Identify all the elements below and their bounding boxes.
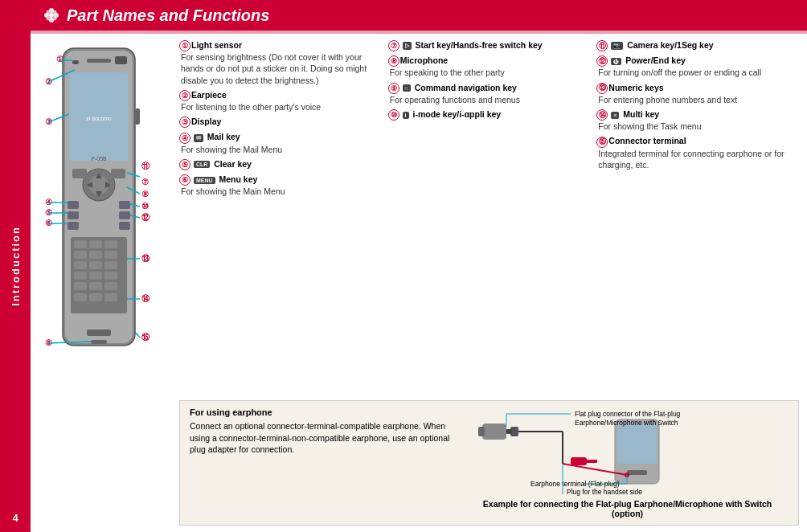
svg-rect-32: [104, 240, 117, 248]
desc-col-3: ⑪ 📷 Camera key/1Seg key ⑫ ⏻ Power/End ke…: [596, 40, 799, 394]
svg-rect-44: [104, 282, 117, 290]
svg-line-81: [135, 332, 140, 338]
svg-rect-30: [74, 240, 87, 248]
page-number: 4: [12, 512, 18, 524]
item-15-detail: Integrated terminal for connecting earph…: [596, 148, 799, 170]
svg-rect-41: [104, 272, 117, 280]
svg-text:⑫: ⑫: [141, 213, 150, 222]
svg-point-7: [47, 17, 51, 21]
svg-text:Earphone terminal (Flat-plug): Earphone terminal (Flat-plug): [530, 480, 620, 488]
item-6: ⑥ MENU Menu key For showing the Main Men…: [179, 174, 382, 197]
svg-rect-13: [72, 60, 79, 64]
svg-point-8: [53, 17, 57, 21]
item-4-detail: For showing the Mail Menu: [179, 144, 382, 155]
svg-rect-45: [74, 293, 87, 301]
item-14: ⑭ ≡ Multi key For showing the Task menu: [596, 109, 799, 132]
svg-text:⑬: ⑬: [141, 254, 150, 263]
start-key-icon: ▷: [403, 42, 412, 50]
svg-text:P-05B: P-05B: [91, 156, 107, 162]
sidebar-label: Introduction: [10, 226, 22, 306]
svg-text:①: ①: [56, 55, 63, 63]
item-7: ⑦ ▷ Start key/Hands-free switch key: [388, 40, 591, 51]
mail-key-icon: ✉: [194, 134, 203, 142]
item-13-title: ⑬Numeric keys: [596, 83, 799, 94]
nav-key-icon: ○: [403, 84, 411, 92]
earphone-diagram: Flat plug connector of the Flat-plug Ear…: [466, 407, 789, 518]
item-9-title: ⑨ ○ Command navigation key: [388, 83, 591, 94]
phone-svg: xi docomo P-05B ① ② ③ ④ ⑤: [39, 44, 159, 358]
svg-rect-49: [91, 340, 107, 344]
item-2-detail: For listening to the other party's voice: [179, 101, 382, 113]
item-7-title: ⑦ ▷ Start key/Hands-free switch key: [388, 40, 591, 51]
item-2: ②Earpiece For listening to the other par…: [179, 90, 382, 113]
svg-text:⑪: ⑪: [141, 162, 150, 170]
svg-rect-12: [87, 59, 111, 63]
multi-key-icon: ≡: [611, 112, 619, 119]
svg-rect-34: [89, 251, 102, 259]
svg-rect-25: [68, 222, 79, 230]
svg-rect-87: [478, 427, 485, 436]
item-3-title: ③Display: [179, 117, 382, 128]
camera-key-icon: 📷: [611, 42, 623, 50]
svg-rect-103: [585, 460, 597, 463]
earphone-text: For using earphone Connect an optional c…: [190, 407, 458, 518]
svg-text:⑮: ⑮: [141, 333, 150, 342]
item-8-detail: For speaking to the other party: [388, 67, 591, 78]
earphone-title: For using earphone: [190, 407, 458, 417]
svg-rect-35: [104, 251, 117, 259]
svg-point-0: [49, 13, 54, 18]
svg-rect-86: [482, 424, 506, 440]
svg-text:Flat plug connector of the Fla: Flat plug connector of the Flat-plug: [575, 410, 681, 418]
item-1-detail: For sensing brightness (Do not cover it …: [179, 51, 382, 86]
descriptions: ①Light sensor For sensing brightness (Do…: [179, 40, 799, 526]
svg-text:⑭: ⑭: [141, 294, 150, 303]
svg-rect-90: [627, 470, 647, 475]
phone-area: xi docomo P-05B ① ② ③ ④ ⑤: [39, 40, 171, 526]
item-8-title: ⑧Microphone: [388, 55, 591, 67]
item-5-title: ⑤ CLR Clear key: [179, 159, 382, 170]
svg-rect-42: [74, 282, 87, 290]
svg-rect-27: [119, 211, 130, 219]
item-12-detail: For turning on/off the power or ending a…: [596, 67, 799, 78]
item-4: ④ ✉ Mail key For showing the Mail Menu: [179, 132, 382, 154]
item-1-title: ①Light sensor: [179, 40, 382, 51]
svg-text:⑦: ⑦: [141, 178, 149, 186]
item-4-title: ④ ✉ Mail key: [179, 132, 382, 143]
item-15: ⑮Connector terminal Integrated terminal …: [596, 136, 799, 170]
desc-col-2: ⑦ ▷ Start key/Hands-free switch key ⑧Mic…: [388, 40, 591, 394]
desc-col-1: ①Light sensor For sensing brightness (Do…: [179, 40, 382, 394]
item-6-title: ⑥ MENU Menu key: [179, 174, 382, 186]
svg-rect-39: [74, 272, 87, 280]
item-2-title: ②Earpiece: [179, 90, 382, 101]
svg-rect-37: [89, 261, 102, 269]
item-9: ⑨ ○ Command navigation key For operating…: [388, 83, 591, 105]
svg-rect-48: [87, 329, 111, 336]
svg-rect-24: [68, 211, 79, 219]
item-8: ⑧Microphone For speaking to the other pa…: [388, 55, 591, 78]
svg-text:Plug for the handset side: Plug for the handset side: [567, 488, 642, 496]
svg-rect-23: [68, 201, 79, 209]
svg-rect-46: [89, 293, 102, 301]
svg-rect-22: [111, 169, 125, 178]
svg-text:⑨: ⑨: [141, 190, 149, 198]
item-13: ⑬Numeric keys For entering phone numbers…: [596, 83, 799, 105]
header-title: Part Names and Functions: [67, 6, 269, 25]
imode-key-icon: i: [403, 112, 409, 119]
svg-rect-21: [72, 169, 87, 178]
item-12-title: ⑫ ⏻ Power/End key: [596, 55, 799, 67]
svg-rect-38: [104, 261, 117, 269]
item-3: ③Display: [179, 117, 382, 128]
svg-text:⑩: ⑩: [141, 202, 149, 211]
item-14-detail: For showing the Task menu: [596, 121, 799, 132]
item-5: ⑤ CLR Clear key: [179, 159, 382, 170]
phone-diagram: xi docomo P-05B ① ② ③ ④ ⑤: [39, 44, 163, 366]
item-11: ⑪ 📷 Camera key/1Seg key: [596, 40, 799, 51]
item-11-title: ⑪ 📷 Camera key/1Seg key: [596, 40, 799, 51]
flower-icon: [43, 6, 60, 24]
item-12: ⑫ ⏻ Power/End key For turning on/off the…: [596, 55, 799, 78]
svg-rect-26: [119, 201, 130, 209]
main-content: Part Names and Functions: [31, 0, 807, 532]
svg-rect-89: [617, 424, 657, 464]
earphone-detail: Connect an optional connector-terminal-c…: [190, 420, 458, 456]
item-14-title: ⑭ ≡ Multi key: [596, 109, 799, 121]
